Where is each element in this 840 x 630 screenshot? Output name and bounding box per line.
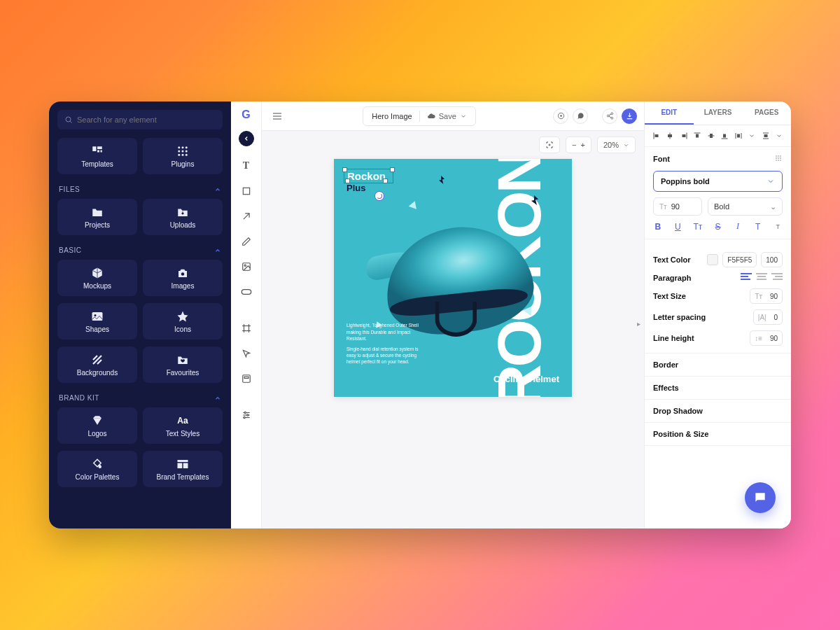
text-size-input[interactable]: Tт 90 bbox=[750, 288, 783, 304]
underline-button[interactable]: U bbox=[673, 221, 683, 232]
case-button[interactable]: Tт bbox=[693, 221, 703, 232]
align-center-button[interactable] bbox=[756, 273, 767, 283]
distribute-v-icon[interactable] bbox=[761, 131, 771, 141]
color-alpha-input[interactable]: 100 bbox=[761, 252, 783, 267]
tab-layers[interactable]: LAYERS bbox=[694, 102, 743, 125]
artboard[interactable]: ROCKON Rockon Plus bbox=[334, 159, 572, 397]
align-bottom-icon[interactable] bbox=[720, 131, 729, 141]
app-logo-icon[interactable]: G bbox=[241, 108, 250, 121]
font-family-value: Poppins bold bbox=[661, 177, 710, 186]
text-tool[interactable]: T bbox=[237, 156, 256, 176]
collapse-sidebar-button[interactable] bbox=[239, 131, 254, 146]
italic-button[interactable]: I bbox=[733, 221, 743, 232]
align-center-h-icon[interactable] bbox=[665, 131, 675, 141]
frame-tool[interactable] bbox=[237, 318, 256, 338]
product-label[interactable]: Cycling Helmet bbox=[493, 374, 559, 384]
share-button[interactable] bbox=[602, 108, 617, 124]
section-header-files[interactable]: FILES bbox=[57, 181, 223, 199]
cursor-tool[interactable] bbox=[237, 344, 256, 363]
triangle-shape[interactable] bbox=[409, 200, 419, 209]
superscript-button[interactable]: T bbox=[773, 221, 783, 232]
sidebar-tile-uploads[interactable]: Uploads bbox=[143, 199, 223, 235]
rotate-handle-icon[interactable] bbox=[374, 191, 384, 201]
image-tool[interactable] bbox=[237, 257, 256, 276]
search-input-wrapper[interactable] bbox=[57, 110, 223, 130]
rectangle-tool[interactable] bbox=[237, 181, 256, 201]
settings-tool[interactable] bbox=[237, 405, 256, 425]
history-button[interactable] bbox=[553, 108, 568, 124]
chevron-down-icon bbox=[623, 142, 629, 148]
zoom-select[interactable]: 20% bbox=[597, 136, 636, 153]
align-right-button[interactable] bbox=[771, 273, 783, 283]
zoom-in-button[interactable]: + bbox=[581, 141, 585, 149]
align-right-icon[interactable] bbox=[679, 131, 689, 141]
svg-rect-2 bbox=[92, 146, 96, 151]
zoom-out-button[interactable]: − bbox=[572, 141, 576, 149]
sidebar-tile-textstyles[interactable]: Aa Text Styles bbox=[143, 407, 223, 444]
artboard-description[interactable]: Lightweight, Toughened Outer Shell makin… bbox=[346, 322, 424, 365]
color-swatch[interactable] bbox=[707, 254, 718, 265]
sidebar-tile-projects[interactable]: Projects bbox=[57, 199, 137, 235]
font-weight-select[interactable]: Bold ⌄ bbox=[708, 197, 783, 216]
download-button[interactable] bbox=[622, 108, 637, 124]
line-height-input[interactable]: ↕≡ 90 bbox=[750, 330, 783, 346]
tab-pages[interactable]: PAGES bbox=[742, 102, 791, 125]
position-size-section[interactable]: Position & Size bbox=[645, 423, 791, 446]
more-align-icon[interactable] bbox=[774, 131, 784, 141]
sidebar-tile-templates[interactable]: Templates bbox=[57, 138, 137, 174]
focus-button[interactable] bbox=[539, 136, 560, 153]
sidebar-tile-colorpalettes[interactable]: Color Palettes bbox=[57, 451, 137, 487]
svg-point-51 bbox=[549, 144, 550, 146]
svg-point-70 bbox=[776, 155, 777, 157]
brand-subtitle[interactable]: Plus bbox=[346, 183, 365, 193]
more-align-icon[interactable] bbox=[747, 131, 757, 141]
distribute-h-icon[interactable] bbox=[734, 131, 743, 141]
chat-fab[interactable] bbox=[745, 482, 776, 513]
spark-shape[interactable] bbox=[439, 176, 444, 184]
align-center-v-icon[interactable] bbox=[706, 131, 716, 141]
panel-collapse-handle[interactable]: ▸ bbox=[634, 315, 643, 332]
sidebar-tile-logos[interactable]: Logos bbox=[57, 407, 137, 444]
align-left-icon[interactable] bbox=[652, 131, 662, 141]
search-input[interactable] bbox=[77, 115, 216, 124]
button-tool[interactable] bbox=[237, 282, 256, 302]
align-top-icon[interactable] bbox=[692, 131, 702, 141]
component-tool[interactable] bbox=[237, 369, 256, 388]
align-left-button[interactable] bbox=[741, 273, 752, 283]
sidebar-tile-backgrounds[interactable]: Backgrounds bbox=[57, 346, 137, 383]
pencil-tool[interactable] bbox=[237, 232, 256, 251]
uppercase-button[interactable]: T bbox=[753, 221, 763, 232]
grid-icon[interactable] bbox=[774, 154, 783, 164]
tab-edit[interactable]: EDIT bbox=[645, 102, 694, 125]
sidebar-tile-plugins[interactable]: Plugins bbox=[143, 138, 223, 174]
strike-button[interactable]: S bbox=[713, 221, 723, 232]
sidebar-tile-brandtemplates[interactable]: Brand Templates bbox=[143, 451, 223, 487]
font-family-select[interactable]: Poppins bold bbox=[653, 171, 783, 192]
font-size-input[interactable]: Tт 90 bbox=[653, 197, 702, 216]
comments-button[interactable] bbox=[573, 108, 588, 124]
svg-point-72 bbox=[780, 155, 781, 157]
text-format-row: B U Tт S I T T bbox=[653, 221, 783, 232]
sidebar-tile-favourites[interactable]: Favourites bbox=[143, 346, 223, 383]
arrow-tool[interactable] bbox=[237, 206, 256, 226]
svg-rect-63 bbox=[723, 134, 726, 138]
sidebar-tile-icons[interactable]: Icons bbox=[143, 303, 223, 340]
save-button[interactable]: Save bbox=[427, 112, 467, 120]
svg-line-49 bbox=[608, 114, 610, 115]
color-hex-input[interactable]: F5F5F5 bbox=[722, 252, 757, 267]
selected-text-layer[interactable]: Rockon bbox=[344, 169, 393, 183]
menu-button[interactable] bbox=[269, 108, 286, 125]
section-header-brandkit[interactable]: BRAND KIT bbox=[57, 390, 223, 407]
section-header-basic[interactable]: BASIC bbox=[57, 242, 223, 260]
drop-shadow-section[interactable]: Drop Shadow bbox=[645, 400, 791, 423]
canvas[interactable]: ROCKON Rockon Plus bbox=[262, 159, 644, 528]
effects-section[interactable]: Effects bbox=[645, 377, 791, 400]
helmet-image[interactable] bbox=[385, 227, 532, 332]
sidebar-tile-mockups[interactable]: Mockups bbox=[57, 260, 137, 296]
sidebar-tile-images[interactable]: Images bbox=[143, 260, 223, 296]
sidebar-tile-shapes[interactable]: Shapes bbox=[57, 303, 137, 340]
bold-button[interactable]: B bbox=[653, 221, 663, 232]
document-title[interactable]: Hero Image bbox=[372, 112, 412, 120]
letter-spacing-input[interactable]: |A| 0 bbox=[753, 309, 783, 325]
border-section[interactable]: Border bbox=[645, 354, 791, 377]
